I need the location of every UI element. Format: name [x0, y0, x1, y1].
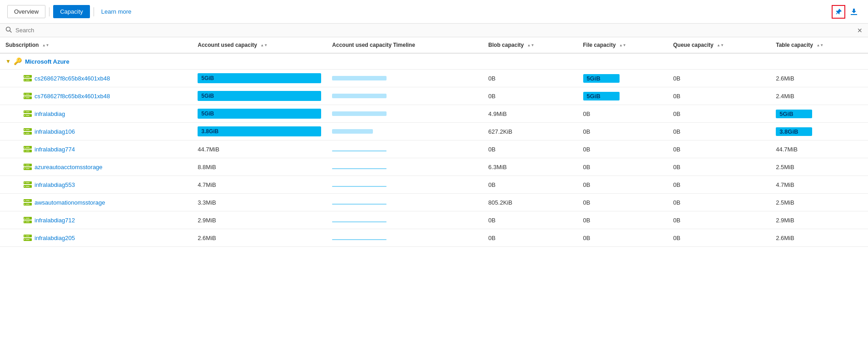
svg-rect-12 — [26, 94, 30, 95]
chevron-down-icon[interactable]: ▼ — [5, 58, 11, 65]
blob-capacity-cell: 805.2KiB — [483, 194, 577, 211]
col-file-capacity[interactable]: File capacity ▲▼ — [578, 37, 668, 53]
subscription-cell: cs268627f8c65b8x4601xb48 — [0, 70, 192, 87]
timeline-cell — [327, 70, 483, 87]
svg-rect-31 — [26, 150, 30, 151]
svg-rect-7 — [26, 80, 30, 80]
capacity-bar: 3.8GiB — [198, 126, 321, 136]
group-name-link[interactable]: Microsoft Azure — [25, 58, 69, 65]
file-capacity-cell: 0B — [578, 176, 668, 194]
nav-separator-2 — [94, 7, 94, 16]
subscription-link[interactable]: infralabdiag106 — [35, 128, 75, 135]
overview-button[interactable]: Overview — [7, 5, 45, 18]
timeline-cell — [327, 123, 483, 140]
table-row: infralabdiag774 44.7MiB 0B0B0B44.7MiB — [0, 140, 868, 158]
timeline-bar — [332, 233, 387, 243]
subscription-link[interactable]: awsautomationomsstorage — [35, 199, 105, 206]
sort-icon-account-used-capacity: ▲▼ — [260, 44, 268, 47]
svg-rect-36 — [26, 165, 30, 165]
file-capacity-cell: 0B — [578, 123, 668, 140]
subscription-cell: infralabdiag205 — [0, 229, 192, 247]
svg-point-22 — [25, 129, 25, 130]
storage-icon — [24, 199, 32, 206]
storage-icon — [24, 93, 32, 99]
table-container: Subscription ▲▼ Account used capacity ▲▼… — [0, 37, 868, 247]
col-queue-capacity[interactable]: Queue capacity ▲▼ — [668, 37, 770, 53]
table-row: awsautomationomsstorage 3.3MiB 805.2KiB0… — [0, 194, 868, 211]
svg-point-41 — [25, 186, 25, 187]
queue-capacity-cell: 0B — [668, 194, 770, 211]
queue-capacity-cell: 0B — [668, 158, 770, 176]
search-input[interactable] — [15, 27, 853, 34]
capacity-button[interactable]: Capacity — [53, 5, 90, 18]
pin-icon — [835, 8, 842, 15]
subscription-link[interactable]: infralabdiag — [35, 110, 65, 117]
file-capacity-cell: 5GiB — [578, 70, 668, 87]
timeline-bar — [332, 126, 387, 136]
file-capacity-bar: 5GiB — [583, 92, 620, 100]
file-capacity-cell: 5GiB — [578, 87, 668, 105]
subscription-link[interactable]: cs768627f8c65b8x4601xb48 — [35, 93, 110, 100]
svg-rect-25 — [26, 133, 30, 134]
blob-capacity-cell: 4.9MiB — [483, 105, 577, 123]
blob-capacity-cell: 0B — [483, 70, 577, 87]
timeline-cell — [327, 211, 483, 229]
col-account-used-capacity[interactable]: Account used capacity ▲▼ — [192, 37, 327, 53]
download-button[interactable] — [847, 5, 861, 19]
blob-capacity-cell: 0B — [483, 211, 577, 229]
table-capacity-cell: 2.9MiB — [770, 211, 868, 229]
subscription-link[interactable]: infralabdiag774 — [35, 146, 75, 153]
blob-capacity-cell: 0B — [483, 229, 577, 247]
account-used-capacity-cell: 4.7MiB — [192, 176, 327, 194]
sort-icon-blob-capacity: ▲▼ — [527, 44, 534, 47]
table-capacity-cell: 44.7MiB — [770, 140, 868, 158]
capacity-bar: 5GiB — [198, 109, 321, 119]
pin-button[interactable] — [832, 5, 845, 19]
svg-point-5 — [25, 80, 25, 80]
svg-point-17 — [25, 115, 25, 116]
account-used-capacity-cell: 2.6MiB — [192, 229, 327, 247]
table-capacity-cell: 2.4MiB — [770, 87, 868, 105]
learn-more-link[interactable]: Learn more — [98, 5, 135, 18]
subscription-link[interactable]: infralabdiag205 — [35, 235, 75, 241]
svg-point-40 — [25, 182, 25, 183]
storage-icon — [24, 146, 32, 152]
storage-icon — [24, 235, 32, 241]
timeline-cell — [327, 87, 483, 105]
table-capacity-cell: 2.6MiB — [770, 229, 868, 247]
table-capacity-cell: 2.5MiB — [770, 194, 868, 211]
sort-icon-queue-capacity: ▲▼ — [717, 44, 724, 47]
account-used-capacity-cell: 5GiB — [192, 105, 327, 123]
timeline-bar — [332, 162, 387, 172]
sort-icon-subscription: ▲▼ — [42, 44, 50, 47]
svg-rect-49 — [26, 204, 30, 205]
capacity-bar: 5GiB — [198, 73, 321, 83]
subscription-link[interactable]: infralabdiag712 — [35, 217, 75, 224]
timeline-cell — [327, 176, 483, 194]
svg-rect-18 — [26, 111, 30, 112]
table-row: cs268627f8c65b8x4601xb48 5GiB 0B5GiB0B2.… — [0, 70, 868, 87]
file-capacity-cell: 0B — [578, 105, 668, 123]
file-capacity-cell: 0B — [578, 158, 668, 176]
queue-capacity-cell: 0B — [668, 70, 770, 87]
col-subscription[interactable]: Subscription ▲▼ — [0, 37, 192, 53]
top-nav: Overview Capacity Learn more — [0, 0, 868, 24]
col-table-capacity[interactable]: Table capacity ▲▼ — [770, 37, 868, 53]
svg-rect-13 — [26, 97, 30, 98]
download-icon — [850, 8, 858, 15]
table-capacity-cell: 4.7MiB — [770, 176, 868, 194]
blob-capacity-cell: 0B — [483, 176, 577, 194]
svg-point-47 — [25, 204, 25, 205]
blob-capacity-cell: 0B — [483, 87, 577, 105]
subscription-link[interactable]: infralabdiag553 — [35, 181, 75, 188]
account-used-capacity-cell: 2.9MiB — [192, 211, 327, 229]
timeline-bar — [332, 215, 387, 225]
timeline-bar — [332, 180, 387, 190]
account-used-capacity-cell: 44.7MiB — [192, 140, 327, 158]
subscription-link[interactable]: azureautoacctomsstorage — [35, 164, 103, 170]
subscription-link[interactable]: cs268627f8c65b8x4601xb48 — [35, 75, 110, 82]
search-clear-button[interactable]: ✕ — [857, 27, 863, 34]
table-row: infralabdiag205 2.6MiB 0B0B0B2.6MiB — [0, 229, 868, 247]
col-blob-capacity[interactable]: Blob capacity ▲▼ — [483, 37, 577, 53]
group-icon: 🔑 — [14, 57, 22, 65]
